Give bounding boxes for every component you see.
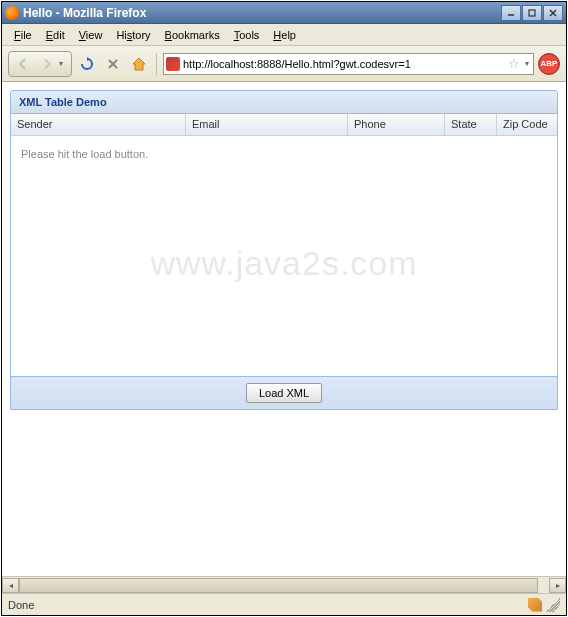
svg-rect-1 — [529, 10, 535, 16]
load-xml-button[interactable]: Load XML — [246, 383, 322, 403]
titlebar: Hello - Mozilla Firefox — [2, 2, 566, 24]
close-button[interactable] — [543, 5, 563, 21]
column-phone[interactable]: Phone — [348, 114, 445, 135]
firefox-icon — [5, 6, 19, 20]
home-button[interactable] — [128, 53, 150, 75]
menu-history[interactable]: History — [110, 27, 156, 43]
page-content: XML Table Demo Sender Email Phone State … — [2, 82, 566, 576]
page-favicon — [166, 57, 180, 71]
scroll-right-button[interactable]: ▸ — [549, 578, 566, 593]
panel-title: XML Table Demo — [11, 91, 557, 114]
maximize-button[interactable] — [522, 5, 542, 21]
statusbar: Done — [2, 593, 566, 615]
adblock-icon[interactable]: ABP — [538, 53, 560, 75]
empty-message: Please hit the load button. — [21, 148, 148, 160]
back-button[interactable] — [11, 53, 35, 75]
grid-body: Please hit the load button. www.java2s.c… — [11, 136, 557, 376]
toolbar-separator — [156, 53, 157, 75]
column-sender[interactable]: Sender — [11, 114, 186, 135]
reload-button[interactable] — [76, 53, 98, 75]
watermark-text: www.java2s.com — [150, 244, 417, 283]
url-dropdown-icon[interactable]: ▾ — [523, 59, 531, 68]
stop-button[interactable] — [102, 53, 124, 75]
xml-table-panel: XML Table Demo Sender Email Phone State … — [10, 90, 558, 410]
minimize-button[interactable] — [501, 5, 521, 21]
url-box: http://localhost:8888/Hello.html?gwt.cod… — [163, 53, 534, 75]
scroll-left-button[interactable]: ◂ — [2, 578, 19, 593]
nav-dropdown-icon[interactable]: ▾ — [59, 59, 69, 68]
status-text: Done — [8, 599, 34, 611]
menubar: File Edit View History Bookmarks Tools H… — [2, 24, 566, 46]
menu-edit[interactable]: Edit — [40, 27, 71, 43]
nav-buttons: ▾ — [8, 51, 72, 77]
menu-bookmarks[interactable]: Bookmarks — [159, 27, 226, 43]
scroll-track[interactable] — [19, 578, 549, 593]
tag-icon[interactable] — [528, 598, 542, 612]
browser-window: Hello - Mozilla Firefox File Edit View H… — [1, 1, 567, 616]
resize-grip-icon[interactable] — [546, 598, 560, 612]
forward-button[interactable] — [35, 53, 59, 75]
menu-tools[interactable]: Tools — [228, 27, 266, 43]
bookmark-star-icon[interactable]: ☆ — [508, 56, 520, 71]
toolbar: ▾ http://localhost:8888/Hello.html?gwt.c… — [2, 46, 566, 82]
url-input[interactable]: http://localhost:8888/Hello.html?gwt.cod… — [183, 58, 505, 70]
horizontal-scrollbar[interactable]: ◂ ▸ — [2, 576, 566, 593]
column-email[interactable]: Email — [186, 114, 348, 135]
grid-header-row: Sender Email Phone State Zip Code — [11, 114, 557, 136]
panel-footer: Load XML — [11, 376, 557, 409]
scroll-thumb[interactable] — [19, 578, 538, 593]
window-title: Hello - Mozilla Firefox — [23, 6, 501, 20]
column-state[interactable]: State — [445, 114, 497, 135]
column-zip[interactable]: Zip Code — [497, 114, 557, 135]
menu-file[interactable]: File — [8, 27, 38, 43]
menu-view[interactable]: View — [73, 27, 109, 43]
menu-help[interactable]: Help — [267, 27, 302, 43]
